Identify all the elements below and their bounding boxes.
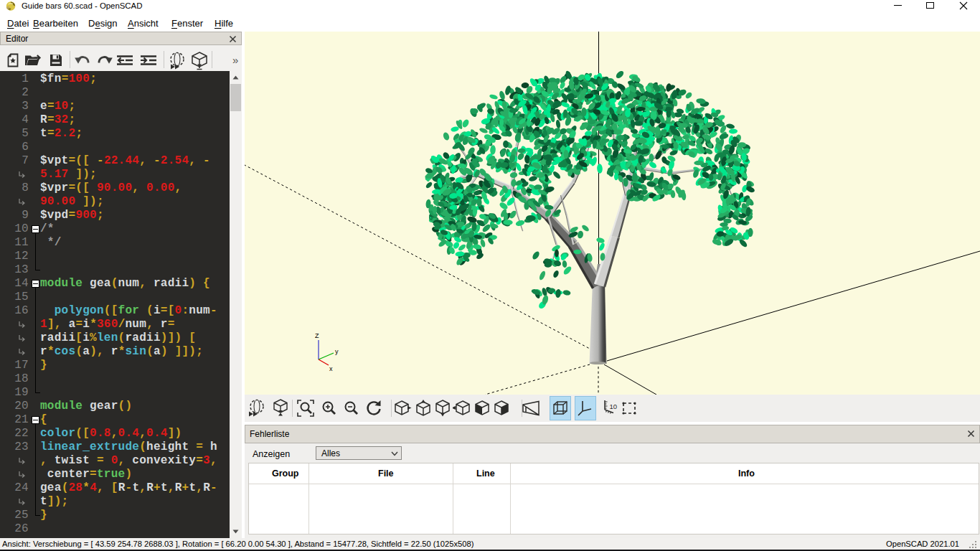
svg-text:y: y bbox=[335, 348, 339, 355]
svg-text:x: x bbox=[329, 365, 333, 372]
svg-text:Z: Z bbox=[315, 332, 319, 339]
svg-text:10: 10 bbox=[610, 402, 618, 410]
